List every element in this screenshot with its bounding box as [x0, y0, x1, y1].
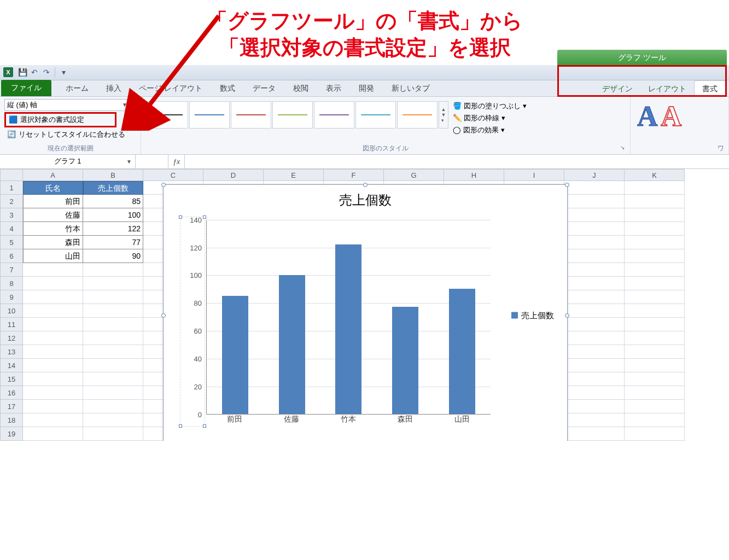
cell[interactable] [625, 400, 685, 413]
cell[interactable] [625, 277, 685, 290]
cell[interactable] [625, 181, 685, 195]
row-header[interactable]: 14 [0, 359, 23, 372]
cell[interactable] [23, 386, 83, 400]
cell[interactable] [83, 304, 143, 318]
bar[interactable] [222, 296, 248, 414]
bar[interactable] [392, 307, 418, 414]
shape-fill-button[interactable]: 🪣図形の塗りつぶし ▾ [453, 101, 527, 111]
shape-outline-button[interactable]: ✏️図形の枠線 ▾ [453, 113, 527, 123]
cell[interactable] [83, 386, 143, 400]
cell[interactable] [625, 236, 685, 249]
column-header[interactable]: H [444, 169, 504, 181]
cell[interactable] [564, 195, 625, 208]
tab-page-layout[interactable]: ページ レイアウト [130, 80, 211, 96]
row-header[interactable]: 4 [0, 222, 23, 236]
tab-formulas[interactable]: 数式 [211, 80, 244, 96]
row-header[interactable]: 18 [0, 413, 23, 427]
shape-style-1[interactable] [148, 101, 188, 129]
cell[interactable] [23, 372, 83, 386]
cell[interactable] [625, 386, 685, 400]
cell[interactable]: 前田 [23, 195, 83, 208]
cell[interactable] [564, 236, 625, 249]
row-header[interactable]: 5 [0, 236, 23, 249]
cell[interactable] [625, 413, 685, 427]
chart-legend[interactable]: 売上個数 [511, 310, 554, 320]
format-selection-button[interactable]: 🟦 選択対象の書式設定 [4, 112, 116, 127]
tab-insert[interactable]: 挿入 [97, 80, 130, 96]
cell[interactable] [564, 372, 625, 386]
shape-style-3[interactable] [231, 101, 271, 129]
row-header[interactable]: 1 [0, 181, 23, 195]
cell[interactable] [23, 400, 83, 413]
tab-data[interactable]: データ [244, 80, 284, 96]
shape-style-more[interactable]: ▲▼▾ [439, 101, 448, 129]
cell[interactable] [564, 222, 625, 236]
column-header[interactable]: J [564, 169, 625, 181]
shape-style-7[interactable] [397, 101, 438, 129]
dialog-launcher-shape-styles[interactable]: ↘ [620, 144, 628, 152]
cell[interactable]: 90 [83, 249, 143, 263]
select-all-corner[interactable] [0, 169, 23, 181]
cell[interactable]: 122 [83, 222, 143, 236]
cell[interactable] [83, 400, 143, 413]
bar[interactable] [449, 289, 475, 414]
chart-title[interactable]: 売上個数 [164, 185, 567, 211]
cell[interactable]: 氏名 [23, 181, 83, 195]
cell[interactable] [23, 304, 83, 318]
cell[interactable]: 竹本 [23, 222, 83, 236]
row-header[interactable]: 9 [0, 290, 23, 304]
cell[interactable] [23, 427, 83, 441]
cell[interactable] [564, 331, 625, 345]
column-header[interactable]: K [625, 169, 685, 181]
row-header[interactable]: 17 [0, 400, 23, 413]
cell[interactable] [83, 345, 143, 359]
bar[interactable] [279, 275, 305, 414]
column-header[interactable]: E [264, 169, 324, 181]
cell[interactable] [564, 359, 625, 372]
row-header[interactable]: 13 [0, 345, 23, 359]
cell[interactable] [625, 195, 685, 208]
cell[interactable] [564, 318, 625, 331]
cell[interactable] [564, 345, 625, 359]
column-header[interactable]: B [83, 169, 143, 181]
row-header[interactable]: 8 [0, 277, 23, 290]
cell[interactable] [625, 427, 685, 441]
cell[interactable] [23, 359, 83, 372]
cell[interactable] [564, 263, 625, 277]
cell[interactable]: 売上個数 [83, 181, 143, 195]
cell[interactable] [83, 331, 143, 345]
cell[interactable] [564, 277, 625, 290]
cell[interactable] [564, 290, 625, 304]
column-header[interactable]: F [324, 169, 384, 181]
fx-button[interactable]: ƒx [168, 155, 185, 168]
cell[interactable]: 森田 [23, 236, 83, 249]
cell[interactable] [625, 304, 685, 318]
row-header[interactable]: 11 [0, 318, 23, 331]
cell[interactable]: 100 [83, 208, 143, 222]
row-header[interactable]: 6 [0, 249, 23, 263]
row-header[interactable]: 16 [0, 386, 23, 400]
cell[interactable] [83, 290, 143, 304]
shape-effects-button[interactable]: ◯図形の効果 ▾ [453, 125, 527, 135]
cell[interactable]: 77 [83, 236, 143, 249]
tab-new[interactable]: 新しいタブ [383, 80, 439, 96]
cell[interactable] [564, 413, 625, 427]
cell[interactable]: 85 [83, 195, 143, 208]
tab-home[interactable]: ホーム [57, 80, 97, 96]
wordart-style-1[interactable]: A [637, 102, 658, 131]
column-header[interactable]: G [384, 169, 444, 181]
plot-area[interactable]: 020406080100120140 前田佐藤竹本森田山田 [184, 220, 491, 428]
cell[interactable]: 佐藤 [23, 208, 83, 222]
cell[interactable] [564, 427, 625, 441]
embedded-chart[interactable]: 売上個数 020406080100120140 前田佐藤竹本森田山田 売上個数 [163, 184, 568, 441]
row-header[interactable]: 19 [0, 427, 23, 441]
cell[interactable] [23, 413, 83, 427]
cell[interactable] [23, 331, 83, 345]
cell[interactable] [23, 263, 83, 277]
tab-review[interactable]: 校閲 [284, 80, 317, 96]
cell[interactable] [83, 427, 143, 441]
qat-customize-icon[interactable]: ▾ [57, 66, 69, 78]
column-header[interactable]: A [23, 169, 83, 181]
cell[interactable] [23, 345, 83, 359]
shape-style-2[interactable] [189, 101, 230, 129]
